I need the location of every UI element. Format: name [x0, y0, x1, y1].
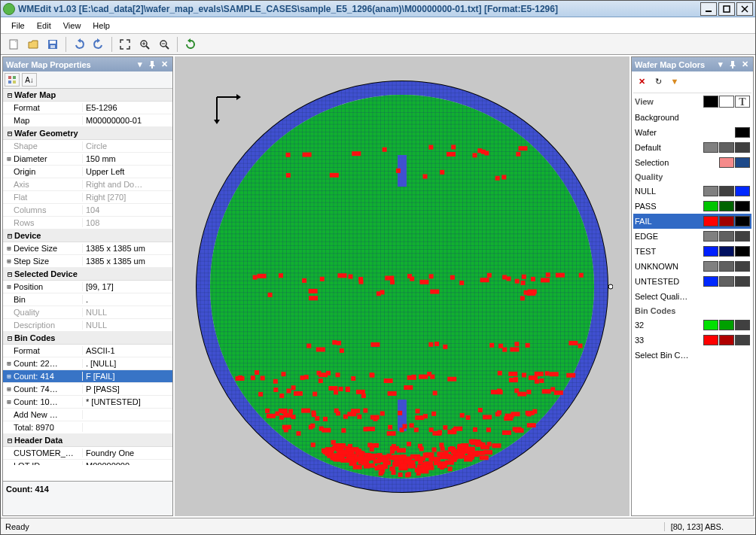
delete-color-button[interactable]: ✕ [635, 74, 648, 88]
propgrid-row[interactable]: Columns104 [3, 204, 172, 217]
prop-value[interactable]: . [83, 295, 172, 304]
panel-dropdown-icon[interactable]: ▾ [715, 59, 726, 70]
propgrid-sort-button[interactable]: A↓ [22, 73, 37, 87]
prop-value[interactable]: Foundry One [83, 448, 172, 457]
color-swatch[interactable] [719, 142, 734, 153]
propgrid-category[interactable]: ⊟Bin Codes [3, 332, 172, 345]
color-swatch[interactable] [719, 186, 734, 196]
color-swatch[interactable] [735, 127, 750, 138]
new-file-button[interactable] [5, 36, 22, 53]
color-row[interactable]: UNKNOWN [633, 259, 751, 274]
prop-value[interactable]: M00000000-01 [83, 116, 172, 125]
color-row[interactable]: Selection [633, 155, 751, 170]
propgrid-row[interactable]: Rows108 [3, 217, 172, 230]
propgrid-row[interactable]: ⊞Device Size1385 x 1385 um [3, 242, 172, 255]
color-row[interactable]: Select Quali… [633, 289, 751, 304]
propgrid-row[interactable]: OriginUpper Left [3, 166, 172, 178]
propgrid-category[interactable]: ⊟Header Data [3, 434, 172, 447]
color-swatch[interactable] [735, 276, 750, 287]
propgrid-categorize-button[interactable] [5, 73, 20, 87]
prop-value[interactable]: F [FAIL] [83, 372, 172, 381]
color-swatch[interactable] [735, 320, 750, 330]
propgrid-category[interactable]: ⊟Selected Device [3, 268, 172, 281]
propgrid-row[interactable]: ⊞Step Size1385 x 1385 um [3, 255, 172, 268]
color-row[interactable]: Background [633, 110, 751, 125]
prop-value[interactable]: 1385 x 1385 um [83, 257, 172, 266]
color-swatch[interactable] [735, 216, 750, 226]
color-row[interactable]: Select Bin C… [633, 348, 751, 363]
color-row[interactable]: PASS [633, 199, 751, 214]
propgrid-row[interactable]: Total: 8970 [3, 421, 172, 434]
panel-close-icon[interactable]: ✕ [739, 59, 750, 70]
propgrid-row[interactable]: LOT IDM00000000 [3, 460, 172, 465]
zoom-out-button[interactable] [156, 36, 172, 53]
propgrid-row[interactable]: ⊞Count: 22…. [NULL] [3, 357, 172, 370]
expand-icon[interactable]: ⊞ [5, 372, 14, 380]
collapse-icon[interactable]: ⊟ [5, 232, 14, 240]
color-swatch[interactable] [735, 201, 750, 211]
color-swatch[interactable] [703, 335, 718, 345]
color-swatch[interactable] [703, 231, 718, 242]
color-swatch[interactable] [719, 276, 734, 287]
propgrid-category[interactable]: ⊟Device [3, 230, 172, 242]
color-swatch[interactable] [735, 261, 750, 272]
propgrid-row[interactable]: Add New … [3, 409, 172, 421]
prop-value[interactable]: Circle [83, 141, 172, 150]
redo-button[interactable] [90, 36, 107, 53]
save-button[interactable] [44, 36, 61, 53]
prop-value[interactable]: NULL [83, 308, 172, 317]
propgrid-category[interactable]: ⊟Wafer Map [3, 89, 172, 102]
prop-value[interactable]: 104 [83, 205, 172, 214]
color-swatch[interactable] [703, 261, 718, 272]
prop-value[interactable]: M00000000 [83, 461, 172, 465]
color-swatch[interactable] [735, 142, 750, 153]
color-swatch[interactable] [703, 320, 718, 330]
panel-dropdown-icon[interactable]: ▾ [135, 59, 145, 70]
wafer-canvas-area[interactable] [175, 56, 629, 516]
collapse-icon[interactable]: ⊟ [5, 436, 14, 445]
menu-view[interactable]: View [57, 19, 87, 32]
propgrid-row[interactable]: Bin. [3, 293, 172, 306]
propgrid-row[interactable]: MapM00000000-01 [3, 114, 172, 127]
expand-icon[interactable]: ⊞ [5, 257, 14, 265]
prop-value[interactable]: [99, 17] [83, 282, 172, 291]
fit-screen-button[interactable] [117, 36, 133, 53]
zoom-in-button[interactable] [136, 36, 153, 53]
color-row[interactable]: Wafer [633, 125, 751, 140]
color-swatch[interactable] [719, 335, 734, 345]
panel-pin-icon[interactable] [727, 59, 738, 70]
propgrid-row[interactable]: DescriptionNULL [3, 319, 172, 332]
color-swatch[interactable] [735, 335, 750, 345]
prop-value[interactable]: 1385 x 1385 um [83, 244, 172, 253]
refresh-button[interactable] [182, 36, 199, 53]
propgrid-category[interactable]: ⊟Wafer Geometry [3, 127, 172, 140]
propgrid-row[interactable]: ⊞Position[99, 17] [3, 281, 172, 293]
close-button[interactable] [736, 2, 753, 16]
maximize-button[interactable] [718, 2, 735, 16]
collapse-icon[interactable]: ⊟ [5, 334, 14, 342]
prop-value[interactable]: . [NULL] [83, 359, 172, 368]
prop-value[interactable]: Upper Left [83, 167, 172, 176]
color-row[interactable]: 33 [633, 333, 751, 348]
prop-value[interactable]: P [PASS] [83, 385, 172, 394]
propgrid-row[interactable]: CUSTOMER_…Foundry One [3, 447, 172, 460]
collapse-icon[interactable]: ⊟ [5, 270, 14, 278]
color-swatch[interactable] [719, 201, 734, 211]
expand-icon[interactable]: ⊞ [5, 155, 14, 163]
propgrid-row[interactable]: FlatRight [270] [3, 191, 172, 204]
menu-edit[interactable]: Edit [31, 19, 57, 32]
color-swatch[interactable] [719, 216, 734, 226]
open-folder-button[interactable] [25, 36, 41, 53]
menu-file[interactable]: File [5, 19, 31, 32]
prop-value[interactable]: ASCII-1 [83, 346, 172, 355]
panel-pin-icon[interactable] [147, 59, 157, 70]
propgrid-row[interactable]: ⊞Diameter150 mm [3, 153, 172, 166]
prop-value[interactable]: Right and Do… [83, 180, 172, 189]
menu-help[interactable]: Help [87, 19, 116, 32]
expand-icon[interactable]: ⊞ [5, 283, 14, 290]
propgrid-row[interactable]: ⊞Count: 74…P [PASS] [3, 383, 172, 396]
propgrid-row[interactable]: AxisRight and Do… [3, 178, 172, 191]
color-swatch[interactable] [719, 157, 734, 168]
color-swatch[interactable] [703, 142, 718, 153]
expand-icon[interactable]: ⊞ [5, 360, 14, 367]
